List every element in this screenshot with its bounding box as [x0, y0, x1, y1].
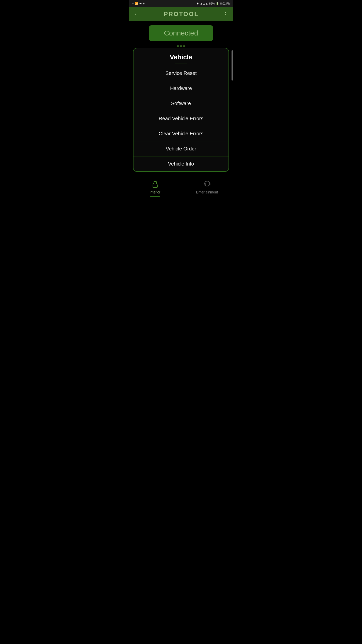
menu-item-service-reset[interactable]: Service Reset: [133, 66, 229, 81]
battery-icon: 🔋: [216, 2, 219, 5]
menu-dot-2: [180, 45, 182, 47]
nav-item-entertainment[interactable]: Entertainment: [181, 179, 233, 197]
menu-button[interactable]: ⋮: [223, 11, 228, 17]
mail-icon: ✉: [139, 2, 142, 5]
status-bar-right: ✱ ▲▲▲ 89% 🔋 8:01 PM: [197, 2, 231, 5]
back-button[interactable]: ←: [134, 11, 140, 17]
menu-item-hardware[interactable]: Hardware: [133, 81, 229, 96]
menu-hint: [129, 44, 233, 48]
status-bar: ··· 📶 ✉ ☀ ✱ ▲▲▲ 89% 🔋 8:01 PM: [129, 0, 233, 7]
bluetooth-icon: ✱: [197, 2, 199, 5]
scrollbar[interactable]: [232, 50, 233, 80]
menu-dot-3: [183, 45, 185, 47]
menu-item-software[interactable]: Software: [133, 96, 229, 111]
notification-dots: ···: [131, 2, 134, 5]
menu-item-clear-vehicle-errors[interactable]: Clear Vehicle Errors: [133, 126, 229, 141]
battery-percent: 89%: [209, 2, 215, 5]
menu-item-vehicle-order[interactable]: Vehicle Order: [133, 141, 229, 156]
interior-active-bar: [150, 196, 160, 197]
app-header: ← PROTOOL ⋮: [129, 7, 233, 21]
signal-icon: ▲▲▲: [200, 2, 208, 5]
entertainment-icon: [202, 179, 212, 189]
vehicle-modal: Vehicle Service Reset Hardware Software …: [133, 48, 229, 172]
wifi-icon: 📶: [135, 2, 138, 5]
interior-icon: [150, 179, 160, 189]
connected-badge: Connected: [149, 25, 213, 41]
menu-item-read-vehicle-errors[interactable]: Read Vehicle Errors: [133, 111, 229, 126]
menu-dot-1: [177, 45, 179, 47]
time-display: 8:01 PM: [220, 2, 231, 5]
interior-label: Interior: [150, 190, 161, 194]
sun-icon: ☀: [143, 2, 145, 5]
menu-item-vehicle-info[interactable]: Vehicle Info: [133, 156, 229, 171]
app-title: PROTOOL: [164, 11, 199, 18]
entertainment-label: Entertainment: [196, 190, 218, 194]
connected-section: Connected: [129, 21, 233, 44]
vehicle-modal-title: Vehicle: [133, 53, 229, 61]
nav-item-interior[interactable]: Interior: [129, 179, 181, 197]
vehicle-modal-underline: [175, 63, 187, 63]
bottom-nav: Interior Entertainment: [129, 176, 233, 201]
status-bar-left: ··· 📶 ✉ ☀: [131, 2, 145, 5]
